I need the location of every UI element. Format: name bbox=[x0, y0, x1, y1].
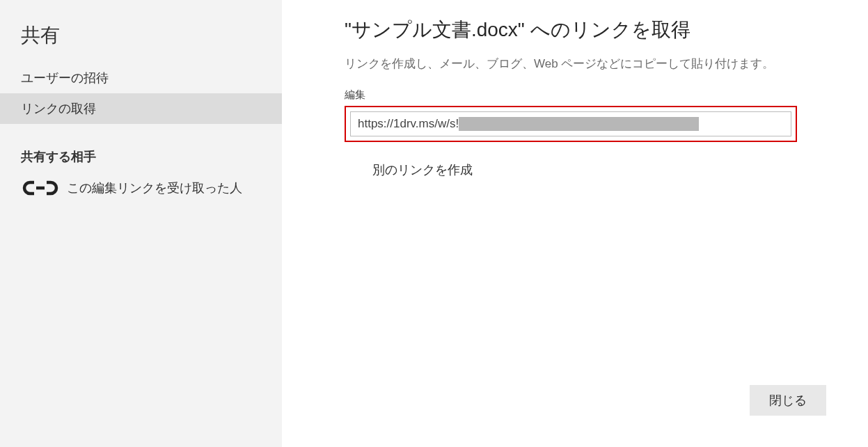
link-highlight-box: https://1drv.ms/w/s! bbox=[345, 106, 797, 142]
sidebar-title: 共有 bbox=[0, 14, 282, 63]
close-button[interactable]: 閉じる bbox=[750, 385, 826, 416]
share-link-input[interactable]: https://1drv.ms/w/s! bbox=[350, 111, 791, 136]
sidebar-item-label: ユーザーの招待 bbox=[21, 71, 109, 85]
link-field-label: 編集 bbox=[345, 88, 826, 102]
sidebar-item-get-link[interactable]: リンクの取得 bbox=[0, 93, 282, 124]
share-sidebar: 共有 ユーザーの招待 リンクの取得 共有する相手 この編集リンクを受け取った人 bbox=[0, 0, 282, 447]
sidebar-item-label: リンクの取得 bbox=[21, 102, 96, 116]
main-panel: "サンプル文書.docx" へのリンクを取得 リンクを作成し、メール、ブログ、W… bbox=[282, 0, 868, 447]
share-link-value: https://1drv.ms/w/s! bbox=[358, 117, 459, 131]
sidebar-subheader: 共有する相手 bbox=[0, 124, 282, 173]
create-another-label: 別のリンクを作成 bbox=[372, 163, 473, 177]
redacted-link-segment bbox=[459, 117, 699, 131]
page-description: リンクを作成し、メール、ブログ、Web ページなどにコピーして貼り付けます。 bbox=[345, 56, 826, 72]
sidebar-recipient-edit-link[interactable]: この編集リンクを受け取った人 bbox=[0, 173, 282, 203]
create-another-link[interactable]: 別のリンクを作成 bbox=[345, 162, 826, 178]
sidebar-item-invite-users[interactable]: ユーザーの招待 bbox=[0, 63, 282, 93]
close-button-label: 閉じる bbox=[769, 393, 807, 407]
page-title: "サンプル文書.docx" へのリンクを取得 bbox=[345, 17, 826, 43]
sidebar-recipient-label: この編集リンクを受け取った人 bbox=[67, 180, 242, 196]
link-icon bbox=[21, 179, 60, 197]
